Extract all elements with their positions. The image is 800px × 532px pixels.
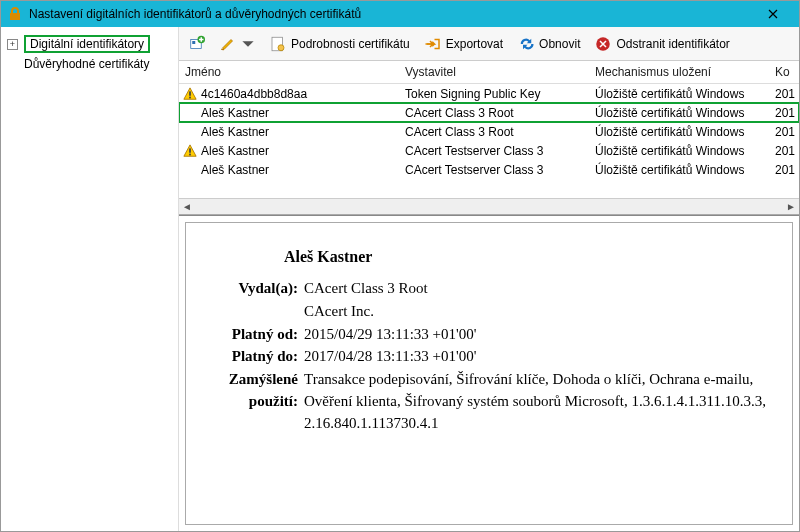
sidebar-item-trusted-certs[interactable]: Důvěryhodné certifikáty — [22, 55, 174, 73]
edit-button[interactable] — [219, 35, 255, 53]
issued-by-org: CAcert Inc. — [304, 301, 772, 323]
export-button[interactable]: Exportovat — [424, 35, 503, 53]
table-row[interactable]: Aleš Kastner CAcert Testserver Class 3Úl… — [179, 160, 799, 179]
col-header-end[interactable]: Ko — [769, 61, 799, 83]
svg-rect-9 — [189, 153, 191, 155]
cell-store: Úložiště certifikátů Windows — [589, 159, 769, 181]
toolbar-label: Exportovat — [446, 37, 503, 51]
cell-issuer: CAcert Testserver Class 3 — [399, 159, 589, 181]
details-pane: Aleš Kastner Vydal(a):CAcert Class 3 Roo… — [179, 215, 799, 531]
remove-id-button[interactable]: Odstranit identifikátor — [594, 35, 729, 53]
scroll-right-icon[interactable]: ► — [783, 201, 799, 212]
sidebar-item-label: Důvěryhodné certifikáty — [24, 57, 149, 71]
col-header-name[interactable]: Jméno — [179, 61, 399, 83]
svg-point-4 — [278, 44, 284, 50]
table-row[interactable]: 4c1460a4dbb8d8aaToken Signing Public Key… — [179, 84, 799, 103]
cell-end: 201 — [769, 159, 799, 181]
valid-to-value: 2017/04/28 13:11:33 +01'00' — [304, 346, 772, 368]
scroll-left-icon[interactable]: ◄ — [179, 201, 195, 212]
sidebar-item-label: Digitální identifikátory — [24, 35, 150, 53]
toolbar-label: Podrobnosti certifikátu — [291, 37, 410, 51]
usage-value: Transakce podepisování, Šifrování klíče,… — [304, 369, 772, 434]
toolbar-label: Odstranit identifikátor — [616, 37, 729, 51]
svg-rect-8 — [189, 148, 191, 152]
warning-icon — [183, 144, 197, 158]
table-header: Jméno Vystavitel Mechanismus uložení Ko — [179, 61, 799, 84]
valid-from-label: Platný od: — [206, 324, 298, 346]
toolbar: Podrobnosti certifikátu Exportovat Obnov… — [179, 27, 799, 61]
svg-rect-7 — [189, 96, 191, 98]
sidebar: + Digitální identifikátory Důvěryhodné c… — [1, 27, 179, 531]
cell-name: Aleš Kastner — [201, 125, 269, 139]
table-row[interactable]: Aleš Kastner CAcert Class 3 RootÚložiště… — [179, 122, 799, 141]
col-header-issuer[interactable]: Vystavitel — [399, 61, 589, 83]
table-row[interactable]: Aleš Kastner CAcert Class 3 RootÚložiště… — [179, 103, 799, 122]
details-content: Aleš Kastner Vydal(a):CAcert Class 3 Roo… — [185, 222, 793, 525]
warning-icon — [183, 87, 197, 101]
titlebar: Nastavení digitálních identifikátorů a d… — [1, 1, 799, 27]
lock-icon — [7, 6, 23, 22]
add-id-button[interactable] — [187, 35, 205, 53]
cell-name: Aleš Kastner — [201, 106, 269, 120]
sidebar-item-digital-ids[interactable]: + Digitální identifikátory — [5, 33, 174, 55]
col-header-store[interactable]: Mechanismus uložení — [589, 61, 769, 83]
toolbar-label: Obnovit — [539, 37, 580, 51]
valid-to-label: Platný do: — [206, 346, 298, 368]
refresh-button[interactable]: Obnovit — [517, 35, 580, 53]
cell-name: Aleš Kastner — [201, 163, 269, 177]
issued-by-label: Vydal(a): — [206, 278, 298, 300]
table-row[interactable]: Aleš Kastner CAcert Testserver Class 3Úl… — [179, 141, 799, 160]
cert-details-button[interactable]: Podrobnosti certifikátu — [269, 35, 410, 53]
expand-icon[interactable]: + — [7, 39, 18, 50]
window-title: Nastavení digitálních identifikátorů a d… — [29, 7, 753, 21]
cert-subject: Aleš Kastner — [284, 245, 772, 268]
issued-by-value: CAcert Class 3 Root — [304, 278, 772, 300]
cell-name: 4c1460a4dbb8d8aa — [201, 87, 307, 101]
close-button[interactable] — [753, 4, 793, 24]
horizontal-scrollbar[interactable]: ◄ ► — [179, 198, 799, 214]
cert-table: Jméno Vystavitel Mechanismus uložení Ko … — [179, 61, 799, 215]
svg-rect-6 — [189, 91, 191, 95]
usage-label: Zamýšlené použití: — [206, 369, 298, 413]
valid-from-value: 2015/04/29 13:11:33 +01'00' — [304, 324, 772, 346]
svg-rect-1 — [192, 41, 195, 44]
cell-name: Aleš Kastner — [201, 144, 269, 158]
